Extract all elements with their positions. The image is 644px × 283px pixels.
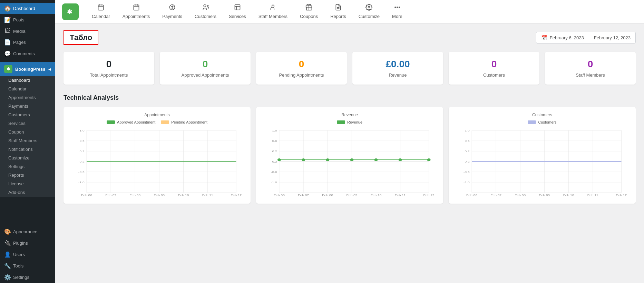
nav-more[interactable]: More xyxy=(386,1,409,22)
svg-text:0.6: 0.6 xyxy=(465,139,469,143)
svg-point-17 xyxy=(272,5,274,7)
sidebar-item-settings-bottom[interactable]: ⚙️ Settings xyxy=(0,272,55,283)
svg-point-85 xyxy=(427,158,430,161)
svg-point-22 xyxy=(397,7,398,8)
sidebar-item-comments[interactable]: 💬 Comments xyxy=(0,48,55,59)
svg-text:-0.2: -0.2 xyxy=(464,160,470,163)
nav-staff-members[interactable]: Staff Members xyxy=(252,1,294,22)
sub-item-services[interactable]: Services xyxy=(0,119,55,128)
sub-item-payments[interactable]: Payments xyxy=(0,102,55,110)
svg-point-79 xyxy=(277,158,281,161)
svg-text:1.0: 1.0 xyxy=(79,129,84,132)
nav-customers[interactable]: Customers xyxy=(188,1,223,22)
chart-revenue-svg: 1.0 0.6 0.2 -0.2 -0.6 -1.0 Feb 06 Feb 07… xyxy=(262,127,438,196)
svg-text:Feb 12: Feb 12 xyxy=(616,194,627,196)
svg-point-83 xyxy=(374,158,378,161)
legend-pending-color xyxy=(161,120,169,124)
svg-point-13 xyxy=(207,5,208,6)
sidebar-item-users[interactable]: 👤 Users xyxy=(0,249,55,260)
calendar-picker-icon: 📅 xyxy=(541,35,547,40)
reports-nav-icon xyxy=(335,4,342,12)
nav-coupons[interactable]: Coupons xyxy=(294,1,324,22)
stat-label-revenue: Revenue xyxy=(389,72,407,78)
page-title: Табло xyxy=(64,30,98,45)
nav-reports[interactable]: Reports xyxy=(324,1,352,22)
nav-calendar[interactable]: Calendar xyxy=(86,1,116,22)
sidebar-item-pages[interactable]: 📄 Pages xyxy=(0,37,55,48)
nav-services[interactable]: Services xyxy=(223,1,252,22)
stat-value-staff: 0 xyxy=(588,59,593,70)
sidebar-item-media[interactable]: 🖼 Media xyxy=(0,26,55,37)
chart-revenue-title: Revenue xyxy=(262,113,438,117)
svg-text:Feb 12: Feb 12 xyxy=(423,194,435,196)
sub-item-settings[interactable]: Settings xyxy=(0,162,55,171)
sub-item-customize[interactable]: Customize xyxy=(0,154,55,162)
svg-text:Feb 07: Feb 07 xyxy=(105,194,116,196)
nav-customize[interactable]: Customize xyxy=(352,1,386,22)
sub-item-license[interactable]: License xyxy=(0,179,55,188)
sub-item-staff-members[interactable]: Staff Members xyxy=(0,136,55,145)
legend-pending-appt: Pending Appointment xyxy=(161,120,207,124)
stat-label-staff: Staff Members xyxy=(576,72,605,78)
sub-item-reports[interactable]: Reports xyxy=(0,171,55,179)
section-title-analysis: Technical Analysis xyxy=(64,94,636,101)
stat-value-revenue: £0.00 xyxy=(386,59,410,70)
appointments-nav-icon xyxy=(133,4,140,12)
bookingpress-logo: ✱ xyxy=(4,65,12,73)
svg-text:Feb 10: Feb 10 xyxy=(178,194,189,196)
svg-text:0.2: 0.2 xyxy=(79,150,84,153)
chart-appointments-legend: Approved Appointment Pending Appointment xyxy=(69,120,245,124)
svg-text:Feb 11: Feb 11 xyxy=(395,194,406,196)
stat-value-approved: 0 xyxy=(203,59,208,70)
svg-point-21 xyxy=(395,7,396,8)
svg-text:-0.6: -0.6 xyxy=(271,170,277,174)
sub-item-appointments[interactable]: Appointments xyxy=(0,93,55,102)
chart-revenue: Revenue Revenue xyxy=(256,107,443,204)
stat-customers: 0 Customers xyxy=(449,52,539,85)
svg-point-12 xyxy=(204,4,206,7)
sidebar-item-dashboard[interactable]: 🏠 Dashboard xyxy=(0,3,55,14)
chart-customers: Customers Customers xyxy=(449,107,636,204)
stat-label-pending: Pending Appointments xyxy=(279,72,324,78)
legend-approved-color xyxy=(107,120,115,124)
legend-customers-color xyxy=(528,120,536,124)
top-nav-logo: ✱ xyxy=(62,3,79,20)
svg-text:Feb 06: Feb 06 xyxy=(81,194,92,196)
svg-text:-1.0: -1.0 xyxy=(271,181,277,184)
sub-item-coupon[interactable]: Coupon xyxy=(0,128,55,136)
stat-value-total: 0 xyxy=(106,59,112,70)
posts-icon: 📝 xyxy=(4,17,10,23)
chart-customers-legend: Customers xyxy=(454,120,630,124)
svg-text:-0.6: -0.6 xyxy=(78,170,85,174)
staff-nav-icon xyxy=(270,4,276,12)
nav-payments[interactable]: Payments xyxy=(156,1,188,22)
sub-item-calendar[interactable]: Calendar xyxy=(0,85,55,93)
sub-item-dashboard[interactable]: Dashboard xyxy=(0,76,55,85)
content-area: Табло 📅 February 6, 2023 — February 12, … xyxy=(55,23,644,283)
svg-text:Feb 09: Feb 09 xyxy=(154,194,165,196)
nav-appointments[interactable]: Appointments xyxy=(116,1,156,22)
date-range-picker[interactable]: 📅 February 6, 2023 — February 12, 2023 xyxy=(536,32,636,43)
svg-text:Feb 07: Feb 07 xyxy=(298,194,309,196)
stats-grid: 0 Total Appointments 0 Approved Appointm… xyxy=(64,52,636,85)
sub-item-customers[interactable]: Customers xyxy=(0,110,55,119)
sidebar-item-plugins[interactable]: 🔌 Plugins xyxy=(0,237,55,249)
svg-text:Feb 08: Feb 08 xyxy=(515,194,526,196)
sub-item-addons[interactable]: Add-ons xyxy=(0,188,55,197)
chart-appointments-svg: 1.0 0.6 0.2 -0.2 -0.6 -1.0 Feb 06 Feb 07… xyxy=(69,127,245,196)
chart-customers-title: Customers xyxy=(454,113,630,117)
pages-icon: 📄 xyxy=(4,39,10,46)
sidebar-item-appearance[interactable]: 🎨 Appearance xyxy=(0,226,55,237)
stat-value-pending: 0 xyxy=(299,59,304,70)
sidebar-item-posts[interactable]: 📝 Posts xyxy=(0,14,55,26)
sidebar-item-bookingpress[interactable]: ✱ BookingPress ◀ xyxy=(0,62,55,76)
legend-revenue: Revenue xyxy=(337,120,362,124)
svg-text:-0.6: -0.6 xyxy=(464,170,470,174)
svg-text:1.0: 1.0 xyxy=(465,129,469,132)
sidebar-item-tools[interactable]: 🔧 Tools xyxy=(0,260,55,272)
date-separator: — xyxy=(587,35,591,40)
customers-nav-icon xyxy=(202,4,209,12)
page-header: Табло 📅 February 6, 2023 — February 12, … xyxy=(64,30,636,45)
svg-text:Feb 09: Feb 09 xyxy=(539,194,550,196)
sub-item-notifications[interactable]: Notifications xyxy=(0,145,55,154)
